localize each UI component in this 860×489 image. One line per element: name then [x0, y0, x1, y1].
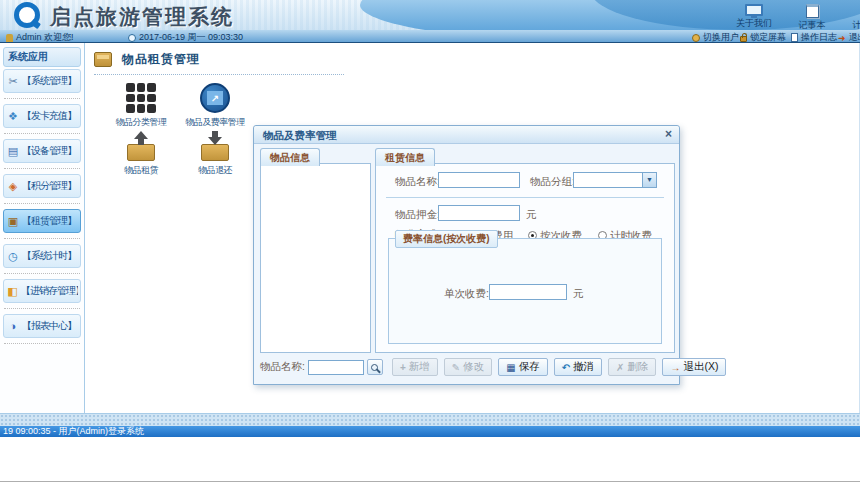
lock-icon [740, 36, 747, 42]
delete-button[interactable]: ✗ 删除 [608, 358, 656, 376]
sidebar-item-card-recharge[interactable]: ❖ 【发卡充值】 [3, 104, 81, 128]
chevron-down-icon[interactable]: ▼ [642, 173, 656, 187]
undo-button[interactable]: ↶ 撤消 [554, 358, 602, 376]
divider [4, 273, 80, 274]
toolbar-notepad-button[interactable]: 记事本 [786, 4, 838, 30]
item-name-label: 物品名称: [395, 175, 440, 189]
item-search-row: 物品名称: [260, 359, 383, 375]
info-bar: Admin 欢迎您! 2017-06-19 周一 09:03:30 切换用户 锁… [0, 30, 860, 43]
edit-button[interactable]: ✎ 修改 [444, 358, 492, 376]
item-name-input[interactable] [438, 172, 520, 188]
divider [4, 133, 80, 134]
per-use-fee-unit: 元 [573, 287, 584, 301]
dialog-exit-button[interactable]: → 退出(X) [662, 358, 726, 376]
window-bottom-edge [0, 481, 860, 482]
shortcut-item-return[interactable]: 物品退还 [178, 131, 252, 177]
deposit-unit: 元 [526, 208, 537, 222]
toolbar-calculator-button[interactable]: 计算器 [840, 4, 860, 30]
shortcut-item-category-mgmt[interactable]: 物品分类管理 [104, 83, 178, 129]
item-group-select[interactable]: ▼ [573, 172, 657, 188]
divider [4, 203, 80, 204]
texture-strip [0, 413, 860, 426]
app-title: 启点旅游管理系统 [50, 3, 234, 30]
divider [4, 343, 80, 344]
rate-chart-icon: ↗ [200, 83, 230, 113]
page-title: 物品租赁管理 [122, 51, 200, 68]
add-icon: + [400, 362, 406, 373]
deposit-input[interactable] [438, 205, 520, 221]
sidebar-item-system-timing[interactable]: ◷ 【系统计时】 [3, 244, 81, 268]
tab-item-info[interactable]: 物品信息 [260, 148, 320, 166]
clock-icon [128, 34, 136, 42]
search-item-label: 物品名称: [260, 360, 305, 374]
per-use-fee-input[interactable] [489, 284, 567, 300]
timer-icon: ◷ [7, 251, 19, 262]
add-button[interactable]: + 新增 [392, 358, 438, 376]
sidebar-item-system-mgmt[interactable]: ✂ 【系统管理】 [3, 69, 81, 93]
app-logo-icon [14, 2, 40, 28]
toolbar-notepad-label: 记事本 [786, 19, 838, 30]
dialog-close-icon[interactable]: × [665, 127, 672, 141]
rate-info-groupbox: 费率信息(按次收费) 单次收费: 元 [388, 238, 662, 344]
sidebar-item-rental-mgmt[interactable]: ▣ 【租赁管理】 [3, 209, 81, 233]
status-log-bar: 19 09:00:35 - 用户(Admin)登录系统 [0, 426, 860, 437]
app-banner: 启点旅游管理系统 关于我们 记事本 计算器 [0, 0, 860, 30]
dialog-titlebar[interactable]: 物品及费率管理 × [254, 126, 679, 144]
inventory-bag-icon: ◧ [7, 286, 18, 297]
box-arrow-down-icon [198, 131, 232, 161]
dialog-button-row: + 新增 ✎ 修改 ▦ 保存 ↶ 撤消 ✗ 删除 → 退出(X) [392, 357, 672, 377]
switch-user-icon [692, 34, 700, 42]
tools-icon: ✂ [7, 76, 19, 87]
sidebar: 系统应用 ✂ 【系统管理】 ❖ 【发卡充值】 ▤ 【设备管理】 ◈ 【积分管理】… [0, 43, 85, 413]
item-rate-dialog: 物品及费率管理 × 物品信息 租赁信息 物品名称: 物品分组: ▼ 物品押金: … [253, 125, 680, 385]
shortcut-item-rate-mgmt[interactable]: ↗ 物品及费率管理 [178, 83, 252, 129]
sidebar-item-points-mgmt[interactable]: ◈ 【积分管理】 [3, 174, 81, 198]
notepad-icon [806, 4, 819, 18]
rental-info-panel: 物品名称: 物品分组: ▼ 物品押金: 元 收费方式: 不收租赁费用 按次收费 [375, 163, 675, 353]
divider [4, 308, 80, 309]
per-use-fee-label: 单次收费: [444, 287, 489, 301]
box-arrow-up-icon [124, 131, 158, 161]
exit-icon: ➜ [838, 33, 846, 43]
report-pie-icon: ◑ [7, 321, 19, 332]
tab-rental-info[interactable]: 租赁信息 [375, 148, 435, 166]
toolbar-about-label: 关于我们 [728, 17, 780, 30]
cards-icon: ❖ [7, 111, 19, 122]
search-input[interactable] [308, 360, 364, 375]
sidebar-item-device-mgmt[interactable]: ▤ 【设备管理】 [3, 139, 81, 163]
item-group-label: 物品分组: [530, 175, 575, 189]
search-button[interactable] [367, 359, 383, 375]
save-floppy-icon: ▦ [506, 362, 515, 373]
log-icon [791, 33, 798, 42]
divider [4, 98, 80, 99]
deposit-label: 物品押金: [395, 208, 440, 222]
toolbar-calculator-label: 计算器 [840, 19, 860, 30]
device-icon: ▤ [7, 146, 19, 157]
divider [4, 238, 80, 239]
delete-x-icon: ✗ [616, 362, 624, 373]
shortcut-item-rental[interactable]: 物品租赁 [104, 131, 178, 177]
rate-groupbox-title: 费率信息(按次收费) [395, 230, 498, 248]
dialog-title: 物品及费率管理 [263, 129, 337, 143]
rental-box-icon: ▣ [7, 216, 19, 227]
undo-arrow-icon: ↶ [562, 362, 570, 373]
category-grid-icon [126, 83, 156, 113]
monitor-icon [745, 4, 763, 16]
exit-door-icon: → [670, 362, 680, 373]
sidebar-item-inventory-mgmt[interactable]: ◧ 【进销存管理】 [3, 279, 81, 303]
user-icon [6, 34, 13, 42]
sidebar-item-report-center[interactable]: ◑ 【报表中心】 [3, 314, 81, 338]
sidebar-header: 系统应用 [3, 47, 81, 67]
points-icon: ◈ [7, 181, 19, 192]
divider [386, 197, 664, 198]
item-list-box[interactable] [260, 163, 371, 353]
edit-pencil-icon: ✎ [452, 362, 460, 373]
search-icon [371, 364, 378, 371]
save-button[interactable]: ▦ 保存 [498, 358, 547, 376]
divider [4, 168, 80, 169]
page-title-row: 物品租赁管理 [94, 51, 344, 75]
crate-icon [94, 52, 112, 67]
toolbar-about-button[interactable]: 关于我们 [728, 4, 780, 30]
